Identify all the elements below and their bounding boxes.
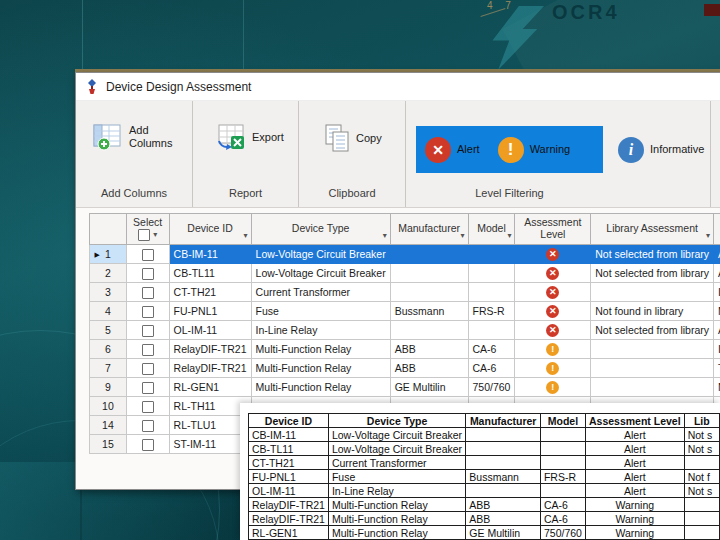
manufacturer-cell[interactable]: ABB xyxy=(390,340,468,359)
table-row[interactable]: 6RelayDIF-TR21Multi-Function RelayABBCA-… xyxy=(90,340,720,359)
column-header-select[interactable]: Select ▾ xyxy=(126,214,169,245)
select-cell[interactable] xyxy=(126,302,169,321)
row-header-cell[interactable]: 15 xyxy=(90,435,127,454)
details-cell[interactable]: Model no xyxy=(714,302,720,321)
model-cell[interactable]: CA-6 xyxy=(468,359,515,378)
chevron-down-icon[interactable]: ▾ xyxy=(507,232,511,241)
model-cell[interactable] xyxy=(468,321,515,340)
library-assessment-cell[interactable] xyxy=(591,378,714,397)
device-type-cell[interactable]: Multi-Function Relay xyxy=(251,340,390,359)
device-id-cell[interactable]: RelayDIF-TR21 xyxy=(169,340,251,359)
row-header-cell[interactable]: 3 xyxy=(90,283,127,302)
select-cell[interactable] xyxy=(126,264,169,283)
details-cell[interactable]: A specific xyxy=(714,245,720,264)
column-header-details[interactable] xyxy=(714,214,720,245)
row-header-cell[interactable]: 6 xyxy=(90,340,127,359)
device-type-cell[interactable]: Fuse xyxy=(251,302,390,321)
select-cell[interactable] xyxy=(126,245,169,264)
assessment-level-cell[interactable]: ✕ xyxy=(515,264,591,283)
copy-button[interactable]: Copy xyxy=(323,123,382,153)
chevron-down-icon[interactable]: ▾ xyxy=(244,232,248,241)
select-cell[interactable] xyxy=(126,283,169,302)
details-cell[interactable]: Interlock xyxy=(714,340,720,359)
table-row[interactable]: 7RelayDIF-TR21Multi-Function RelayABBCA-… xyxy=(90,359,720,378)
row-checkbox[interactable] xyxy=(142,439,154,451)
column-header-manufacturer[interactable]: Manufacturer▾ xyxy=(390,214,468,245)
assessment-level-cell[interactable]: ✕ xyxy=(515,283,591,302)
model-cell[interactable] xyxy=(468,245,515,264)
assessment-level-cell[interactable]: ✕ xyxy=(515,321,591,340)
row-checkbox[interactable] xyxy=(142,363,154,375)
add-columns-button[interactable]: Add Columns xyxy=(92,123,175,151)
device-type-cell[interactable]: Current Transformer xyxy=(251,283,390,302)
manufacturer-cell[interactable] xyxy=(390,321,468,340)
assessment-level-cell[interactable]: ! xyxy=(515,359,591,378)
device-id-cell[interactable]: CB-IM-11 xyxy=(169,245,251,264)
table-row[interactable]: 4FU-PNL1FuseBussmannFRS-R✕Not found in l… xyxy=(90,302,720,321)
library-assessment-cell[interactable]: Not selected from library xyxy=(591,321,714,340)
device-id-cell[interactable]: RL-TH11 xyxy=(169,397,251,416)
manufacturer-cell[interactable] xyxy=(390,245,468,264)
device-type-cell[interactable]: Low-Voltage Circuit Breaker xyxy=(251,264,390,283)
select-cell[interactable] xyxy=(126,416,169,435)
assessment-level-cell[interactable]: ! xyxy=(515,340,591,359)
model-cell[interactable]: FRS-R xyxy=(468,302,515,321)
details-cell[interactable]: No VT as xyxy=(714,378,720,397)
manufacturer-cell[interactable] xyxy=(390,283,468,302)
details-cell[interactable]: There sho xyxy=(714,359,720,378)
column-header-device-id[interactable]: Device ID▾ xyxy=(169,214,251,245)
row-checkbox[interactable] xyxy=(142,268,154,280)
row-checkbox[interactable] xyxy=(142,401,154,413)
row-checkbox[interactable] xyxy=(142,306,154,318)
select-cell[interactable] xyxy=(126,321,169,340)
table-row[interactable]: 5OL-IM-11In-Line Relay✕Not selected from… xyxy=(90,321,720,340)
row-header-cell[interactable]: 10 xyxy=(90,397,127,416)
library-assessment-cell[interactable]: Not found in library xyxy=(591,302,714,321)
row-header-cell[interactable]: 14 xyxy=(90,416,127,435)
device-id-cell[interactable]: RL-TLU1 xyxy=(169,416,251,435)
device-id-cell[interactable]: CB-TL11 xyxy=(169,264,251,283)
device-type-cell[interactable]: In-Line Relay xyxy=(251,321,390,340)
device-id-cell[interactable]: CT-TH21 xyxy=(169,283,251,302)
warning-filter-button[interactable]: ! Warning xyxy=(489,126,580,173)
device-id-cell[interactable]: ST-IM-11 xyxy=(169,435,251,454)
select-cell[interactable] xyxy=(126,435,169,454)
chevron-down-icon[interactable]: ▾ xyxy=(153,230,157,239)
alert-filter-button[interactable]: ✕ Alert xyxy=(416,126,489,173)
manufacturer-cell[interactable]: GE Multilin xyxy=(390,378,468,397)
table-row[interactable]: 1▶CB-IM-11Low-Voltage Circuit Breaker✕No… xyxy=(90,245,720,264)
device-id-cell[interactable]: OL-IM-11 xyxy=(169,321,251,340)
library-assessment-cell[interactable]: Not selected from library xyxy=(591,264,714,283)
row-checkbox[interactable] xyxy=(142,382,154,394)
manufacturer-cell[interactable] xyxy=(390,264,468,283)
chevron-down-icon[interactable]: ▾ xyxy=(460,232,464,241)
table-row[interactable]: 9RL-GEN1Multi-Function RelayGE Multilin7… xyxy=(90,378,720,397)
library-assessment-cell[interactable] xyxy=(591,359,714,378)
device-id-cell[interactable]: RelayDIF-TR21 xyxy=(169,359,251,378)
device-type-cell[interactable]: Multi-Function Relay xyxy=(251,378,390,397)
column-header-assessment-level[interactable]: Assessment Level xyxy=(515,214,591,245)
column-header-device-type[interactable]: Device Type▾ xyxy=(251,214,390,245)
device-type-cell[interactable]: Multi-Function Relay xyxy=(251,359,390,378)
details-cell[interactable]: Input CT xyxy=(714,283,720,302)
row-header-cell[interactable]: 7 xyxy=(90,359,127,378)
row-header-cell[interactable]: 4 xyxy=(90,302,127,321)
library-assessment-cell[interactable]: Not selected from library xyxy=(591,245,714,264)
row-checkbox[interactable] xyxy=(142,287,154,299)
select-cell[interactable] xyxy=(126,378,169,397)
device-type-cell[interactable]: Low-Voltage Circuit Breaker xyxy=(251,245,390,264)
assessment-level-cell[interactable]: ✕ xyxy=(515,245,591,264)
details-cell[interactable]: A specific xyxy=(714,264,720,283)
model-cell[interactable] xyxy=(468,283,515,302)
library-assessment-cell[interactable] xyxy=(591,340,714,359)
row-checkbox[interactable] xyxy=(142,325,154,337)
row-header-cell[interactable]: 1▶ xyxy=(90,245,127,264)
row-checkbox[interactable] xyxy=(142,420,154,432)
chevron-down-icon[interactable]: ▾ xyxy=(383,232,387,241)
column-header-model[interactable]: Model▾ xyxy=(468,214,515,245)
model-cell[interactable]: 750/760 xyxy=(468,378,515,397)
export-button[interactable]: Export xyxy=(215,123,284,151)
row-checkbox[interactable] xyxy=(142,249,154,261)
library-assessment-cell[interactable] xyxy=(591,283,714,302)
manufacturer-cell[interactable]: Bussmann xyxy=(390,302,468,321)
